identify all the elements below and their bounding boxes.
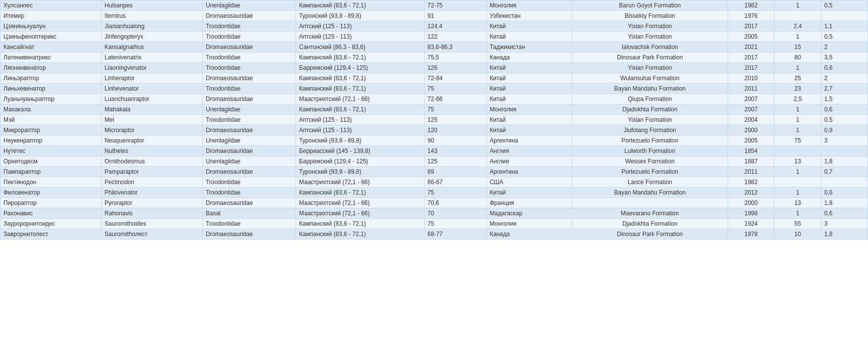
family: Dromaeosauridae	[203, 198, 296, 208]
russian-name: Латенивенатрикс	[0, 52, 102, 63]
latin-name: Saurornithoides	[101, 219, 203, 229]
size: 90	[424, 136, 486, 146]
latin-name: Neuquenraptor	[101, 136, 203, 146]
size: 125	[424, 156, 486, 167]
formation: Yixian Formation	[572, 63, 728, 73]
russian-name: Цзиньфеноптерикс	[0, 32, 102, 42]
formation: Yixian Formation	[572, 115, 728, 125]
russian-name: Цзяняньхуалун	[0, 21, 102, 32]
period: Сантонский (86,3 - 83,6)	[296, 42, 425, 52]
latin-name: Mahakala	[101, 104, 203, 115]
mass	[821, 146, 868, 156]
year: 2010	[728, 73, 774, 84]
formation: Dinosaur Park Formation	[572, 52, 728, 63]
russian-name: Филовенатор	[0, 188, 102, 198]
specimens	[775, 11, 821, 21]
russian-name: Махакала	[0, 104, 102, 115]
latin-name: Mei	[101, 115, 203, 125]
country: Таджикистан	[486, 42, 572, 52]
year: 2000	[728, 198, 774, 208]
size: 72-84	[424, 73, 486, 84]
formation: Portezuelo Formation	[572, 167, 728, 177]
period: Кампанский (83,6 - 72,1)	[296, 104, 425, 115]
year: 2007	[728, 94, 774, 104]
year: 2017	[728, 21, 774, 32]
russian-name: Линьэраптор	[0, 73, 102, 84]
size: 72-75	[424, 0, 486, 11]
mass: 2,7	[821, 84, 868, 94]
russian-name: Мэй	[0, 115, 102, 125]
period: Аптский (125 - 113)	[296, 21, 425, 32]
year: 2017	[728, 52, 774, 63]
mass: 0,7	[821, 167, 868, 177]
family: Dromaeosauridae	[203, 146, 296, 156]
country: Мадагаскар	[486, 208, 572, 219]
specimens: 10	[775, 229, 821, 240]
period: Барремский (129,4 - 125)	[296, 63, 425, 73]
year: 2005	[728, 136, 774, 146]
period: Туронский (93,9 - 89,8)	[296, 136, 425, 146]
table-row: ПирорапторPyroraptorDromaeosauridaeМааст…	[0, 198, 868, 208]
table-row: ЦзиньфеноптериксJinfengopteryxTroodontid…	[0, 32, 868, 42]
russian-name: Рахонавис	[0, 208, 102, 219]
country: США	[486, 177, 572, 188]
latin-name: Itemirus	[101, 11, 203, 21]
family: Troodontidae	[203, 188, 296, 198]
country: Монголия	[486, 219, 572, 229]
family: Unenlagiidae	[203, 0, 296, 11]
russian-name: Заврорнитолест	[0, 229, 102, 240]
family: Dromaeosauridae	[203, 167, 296, 177]
size: 89	[424, 167, 486, 177]
russian-name: Линьхевенатор	[0, 84, 102, 94]
specimens: 1	[775, 32, 821, 42]
table-row: МикрорапторMicroraptorDromaeosauridaeАпт…	[0, 125, 868, 136]
russian-name: Неукенраптор	[0, 136, 102, 146]
table-row: ПектинодонPectinodonTroodontidaeМаастрих…	[0, 177, 868, 188]
mass	[821, 177, 868, 188]
specimens: 2,4	[775, 21, 821, 32]
period: Маастрихтский (72,1 - 66)	[296, 198, 425, 208]
country: Узбекистан	[486, 11, 572, 21]
size: 91	[424, 11, 486, 21]
mass: 0,5	[821, 0, 868, 11]
specimens: 1	[775, 208, 821, 219]
table-row: ЗауророрнитоидесSaurornithoidesTroodonti…	[0, 219, 868, 229]
dinosaur-table: ХулсанпесHulsanpesUnenlagiidaeКампанский…	[0, 0, 868, 240]
table-row: РахонависRahonavisBasalМаастрихтский (72…	[0, 208, 868, 219]
table-row: ЛиньэрапторLinheraptorDromaeosauridaeКам…	[0, 73, 868, 84]
table-row: ЗаврорнитолестSaurornithолестDromaeosaur…	[0, 229, 868, 240]
country: Канада	[486, 229, 572, 240]
period: Маастрихтский (72,1 - 66)	[296, 177, 425, 188]
size: 66-67	[424, 177, 486, 188]
formation: Portezuelo Formation	[572, 136, 728, 146]
formation: Barun Goyot Formation	[572, 0, 728, 11]
period: Аптский (125 - 113)	[296, 115, 425, 125]
russian-name: Нутетес	[0, 146, 102, 156]
formation: Bissekty Formation	[572, 11, 728, 21]
period: Аптский (125 - 113)	[296, 125, 425, 136]
formation: Yixian Formation	[572, 32, 728, 42]
family: Unenlagiidae	[203, 104, 296, 115]
mass: 0,5	[821, 115, 868, 125]
russian-name: Зауророрнитоидес	[0, 219, 102, 229]
family: Dromaeosauridae	[203, 11, 296, 21]
size: 75	[424, 219, 486, 229]
table-row: ЛатенивенатриксLatenivenatrixTroodontida…	[0, 52, 868, 63]
specimens: 1	[775, 167, 821, 177]
country: Китай	[486, 32, 572, 42]
country: Китай	[486, 188, 572, 198]
russian-name: Луаньчуаньраптор	[0, 94, 102, 104]
table-row: НеукенрапторNeuquenraptorUnenlagiidaeТур…	[0, 136, 868, 146]
formation: Bayan Mandahu Formation	[572, 84, 728, 94]
latin-name: Hulsanpes	[101, 0, 203, 11]
size: 83,6-86,3	[424, 42, 486, 52]
family: Dromaeosauridae	[203, 229, 296, 240]
table-row: ЛяонинвенаторLiaoningvenatorTroodontidae…	[0, 63, 868, 73]
table-row: ЦзяняньхуалунJianianhualongTroodontidaeА…	[0, 21, 868, 32]
specimens: 1	[775, 63, 821, 73]
formation: Dinosaur Park Formation	[572, 229, 728, 240]
specimens: 75	[775, 136, 821, 146]
russian-name: Пампараптор	[0, 167, 102, 177]
formation: Wessex Formation	[572, 156, 728, 167]
family: Basal	[203, 208, 296, 219]
